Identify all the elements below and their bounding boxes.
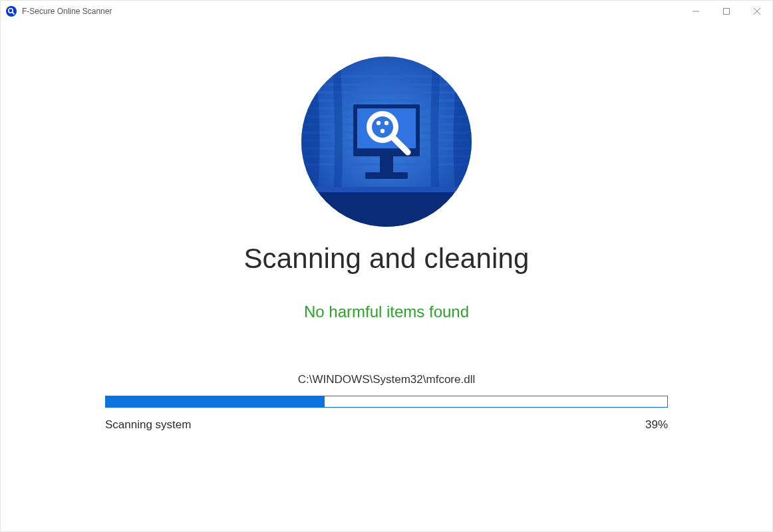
- progress-labels: Scanning system 39%: [105, 418, 668, 432]
- titlebar: F-Secure Online Scanner: [1, 1, 772, 22]
- progress-bar: [105, 396, 668, 408]
- svg-point-0: [6, 6, 17, 17]
- progress-section: Scanning system 39%: [105, 396, 668, 432]
- app-window: F-Secure Online Scanner: [0, 0, 773, 532]
- app-icon: [6, 6, 17, 17]
- progress-status-label: Scanning system: [105, 418, 191, 432]
- minimize-button[interactable]: [681, 1, 711, 22]
- close-button[interactable]: [742, 1, 772, 22]
- window-controls: [681, 1, 772, 22]
- status-message: No harmful items found: [304, 303, 469, 321]
- progress-fill: [106, 396, 325, 407]
- maximize-button[interactable]: [711, 1, 742, 22]
- scan-illustration-icon: [301, 57, 472, 227]
- svg-rect-22: [301, 187, 472, 192]
- svg-point-29: [385, 121, 388, 125]
- svg-point-28: [377, 121, 381, 125]
- progress-percent-label: 39%: [645, 418, 668, 432]
- svg-rect-25: [380, 156, 393, 172]
- svg-point-30: [381, 129, 385, 133]
- svg-rect-26: [365, 172, 408, 179]
- page-heading: Scanning and cleaning: [243, 243, 529, 275]
- main-content: Scanning and cleaning No harmful items f…: [1, 22, 772, 531]
- current-file-path: C:\WINDOWS\System32\mfcore.dll: [298, 373, 475, 386]
- svg-rect-4: [724, 9, 730, 15]
- window-title: F-Secure Online Scanner: [22, 7, 681, 16]
- svg-rect-21: [301, 190, 472, 227]
